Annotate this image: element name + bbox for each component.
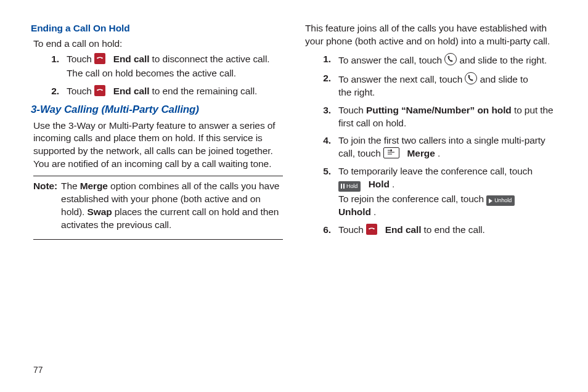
step-number: 6.: [305, 224, 338, 238]
text: To temporarily leave the conference call…: [338, 166, 533, 176]
merge-icon: [383, 147, 399, 158]
text: .: [392, 179, 394, 189]
text: and slide to the right.: [460, 55, 547, 65]
heading-3way-calling: 3-Way Calling (Multi-Party Calling): [31, 103, 283, 117]
right-intro: This feature joins all of the calls you …: [305, 22, 555, 48]
text: to end the remaining call.: [152, 86, 258, 96]
text: Touch: [338, 224, 366, 235]
step-body: Touch End call to disconnect the active …: [67, 53, 283, 81]
step-body: To temporarily leave the conference call…: [338, 165, 555, 220]
play-icon: [489, 198, 492, 203]
pause-icon: [341, 184, 345, 189]
step-body: To join the first two callers into a sin…: [338, 134, 555, 161]
list-item: 2. Touch End call to end the remaining c…: [33, 85, 283, 99]
merge-term: Merge: [80, 181, 108, 191]
text: To join the first two callers into a sin…: [338, 135, 545, 158]
3way-description: Use the 3-Way or Multi-Party feature to …: [33, 120, 283, 171]
hold-icon-label: Hold: [346, 181, 357, 192]
step-body: To answer the next call, touch and slide…: [338, 72, 555, 100]
note-block: Note: The Merge option combines all of t…: [33, 180, 283, 234]
step-body: To answer the call, touch and slide to t…: [338, 53, 555, 68]
step-body: Touch Putting “Name/Number” on hold to p…: [338, 104, 555, 131]
step-number: 1.: [33, 53, 67, 81]
text: .: [438, 148, 440, 158]
unhold-icon-label: Unhold: [494, 195, 512, 206]
unhold-button-icon: Unhold: [486, 195, 515, 206]
end-call-icon: [94, 85, 105, 96]
step-body: Touch End call to end the call.: [338, 224, 555, 238]
note-label: Note:: [33, 180, 61, 232]
note-body: The Merge option combines all of the cal…: [61, 180, 283, 232]
list-item: 6. Touch End call to end the call.: [305, 224, 555, 238]
text: The call on hold becomes the active call…: [67, 67, 283, 80]
text: Touch: [67, 54, 94, 64]
end-call-label: End call: [385, 224, 422, 235]
text: to disconnect the active call.: [152, 54, 270, 64]
list-item: 1. To answer the call, touch and slide t…: [305, 53, 555, 68]
list-item: 4. To join the first two callers into a …: [305, 134, 555, 161]
text: To answer the call, touch: [338, 55, 444, 65]
left-column: Ending a Call On Hold To end a call on h…: [33, 22, 283, 361]
end-call-label: End call: [113, 86, 150, 96]
text: Touch: [67, 86, 94, 96]
list-item: 5. To temporarily leave the conference c…: [305, 165, 555, 220]
manual-page: Ending a Call On Hold To end a call on h…: [0, 0, 588, 392]
list-item: 3. Touch Putting “Name/Number” on hold t…: [305, 104, 555, 131]
two-column-layout: Ending a Call On Hold To end a call on h…: [33, 22, 555, 361]
text: To rejoin the conference call, touch: [338, 194, 486, 204]
text: To answer the next call, touch: [338, 74, 465, 84]
merge-label: Merge: [407, 148, 435, 158]
step-number: 3.: [305, 104, 338, 131]
page-number: 77: [33, 365, 43, 375]
end-call-icon: [94, 53, 105, 64]
list-item: 1. Touch End call to disconnect the acti…: [33, 53, 283, 81]
text: The: [61, 181, 80, 191]
answer-call-icon: [465, 72, 477, 84]
step-number: 2.: [305, 72, 338, 100]
step-number: 5.: [305, 165, 338, 220]
left-steps-list: 1. Touch End call to disconnect the acti…: [33, 53, 283, 99]
text: to end the call.: [424, 224, 485, 235]
step-number: 2.: [33, 85, 67, 99]
text: .: [374, 206, 376, 217]
divider: [33, 239, 283, 240]
right-column: This feature joins all of the calls you …: [305, 22, 555, 361]
hold-button-icon: Hold: [338, 181, 361, 192]
putting-on-hold-label: Putting “Name/Number” on hold: [366, 105, 512, 115]
step-body: Touch End call to end the remaining call…: [67, 85, 283, 99]
intro-text: To end a call on hold:: [33, 38, 283, 51]
divider: [33, 176, 283, 176]
swap-term: Swap: [88, 206, 112, 217]
hold-label: Hold: [369, 179, 390, 189]
unhold-label: Unhold: [338, 206, 371, 217]
heading-ending-call-on-hold: Ending a Call On Hold: [31, 22, 283, 35]
step-number: 4.: [305, 134, 338, 161]
end-call-label: End call: [113, 54, 150, 64]
right-steps-list: 1. To answer the call, touch and slide t…: [305, 53, 555, 238]
end-call-icon: [366, 224, 377, 235]
answer-call-icon: [444, 53, 457, 65]
text: Touch: [338, 105, 366, 115]
step-number: 1.: [305, 53, 338, 68]
list-item: 2. To answer the next call, touch and sl…: [305, 72, 555, 100]
